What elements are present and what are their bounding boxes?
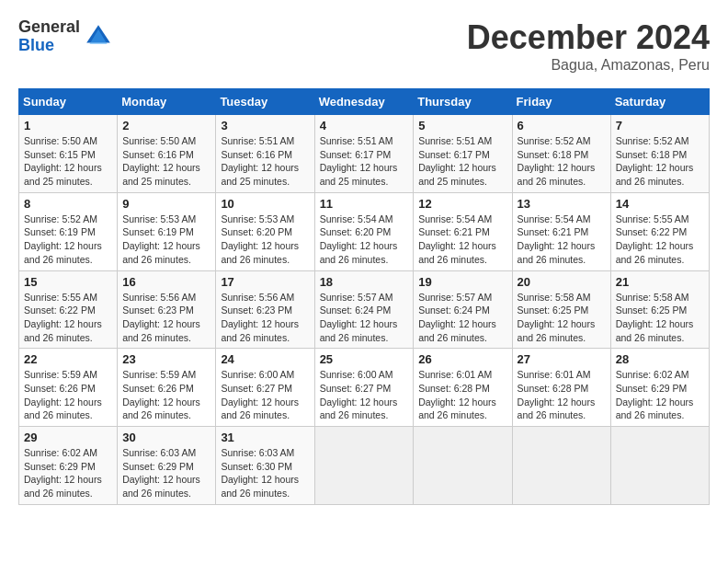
day-detail: Sunrise: 6:03 AM Sunset: 6:29 PM Dayligh… <box>122 446 210 500</box>
day-detail: Sunrise: 6:01 AM Sunset: 6:28 PM Dayligh… <box>418 368 506 422</box>
weekday-header-tuesday: Tuesday <box>216 89 314 115</box>
day-number: 16 <box>122 275 210 289</box>
calendar-cell: 8Sunrise: 5:52 AM Sunset: 6:19 PM Daylig… <box>19 192 118 270</box>
weekday-header-thursday: Thursday <box>414 89 512 115</box>
calendar-cell <box>610 427 709 505</box>
calendar-cell: 31Sunrise: 6:03 AM Sunset: 6:30 PM Dayli… <box>216 427 314 505</box>
day-number: 20 <box>518 275 606 289</box>
day-number: 21 <box>616 275 704 289</box>
calendar-cell: 15Sunrise: 5:55 AM Sunset: 6:22 PM Dayli… <box>19 270 118 349</box>
day-detail: Sunrise: 5:54 AM Sunset: 6:21 PM Dayligh… <box>518 213 606 267</box>
day-number: 17 <box>221 275 309 289</box>
day-number: 18 <box>320 275 409 289</box>
day-detail: Sunrise: 6:00 AM Sunset: 6:27 PM Dayligh… <box>221 368 309 422</box>
day-number: 14 <box>616 197 704 211</box>
weekday-header-wednesday: Wednesday <box>314 89 414 115</box>
day-number: 27 <box>518 352 606 366</box>
calendar-week-1: 1Sunrise: 5:50 AM Sunset: 6:15 PM Daylig… <box>19 115 710 193</box>
calendar-cell: 29Sunrise: 6:02 AM Sunset: 6:29 PM Dayli… <box>19 427 118 505</box>
day-number: 4 <box>320 119 409 132</box>
day-number: 6 <box>518 119 606 132</box>
calendar-cell: 11Sunrise: 5:54 AM Sunset: 6:20 PM Dayli… <box>314 192 414 270</box>
day-number: 25 <box>320 352 409 366</box>
day-detail: Sunrise: 5:58 AM Sunset: 6:25 PM Dayligh… <box>616 291 704 345</box>
weekday-header-saturday: Saturday <box>610 89 709 115</box>
calendar-cell: 3Sunrise: 5:51 AM Sunset: 6:16 PM Daylig… <box>216 115 314 193</box>
day-detail: Sunrise: 5:50 AM Sunset: 6:15 PM Dayligh… <box>24 134 112 189</box>
weekday-header-monday: Monday <box>118 89 216 115</box>
calendar-cell: 30Sunrise: 6:03 AM Sunset: 6:29 PM Dayli… <box>118 427 216 505</box>
logo-icon <box>84 22 113 52</box>
day-detail: Sunrise: 5:52 AM Sunset: 6:18 PM Dayligh… <box>518 134 606 189</box>
calendar-cell: 12Sunrise: 5:54 AM Sunset: 6:21 PM Dayli… <box>414 192 512 270</box>
calendar-cell: 22Sunrise: 5:59 AM Sunset: 6:26 PM Dayli… <box>19 349 118 427</box>
calendar-cell: 19Sunrise: 5:57 AM Sunset: 6:24 PM Dayli… <box>414 270 512 349</box>
day-detail: Sunrise: 5:53 AM Sunset: 6:19 PM Dayligh… <box>122 213 210 267</box>
day-detail: Sunrise: 5:50 AM Sunset: 6:16 PM Dayligh… <box>122 134 210 189</box>
calendar-week-5: 29Sunrise: 6:02 AM Sunset: 6:29 PM Dayli… <box>19 427 710 505</box>
calendar-cell: 4Sunrise: 5:51 AM Sunset: 6:17 PM Daylig… <box>314 115 414 193</box>
day-number: 3 <box>221 119 309 132</box>
calendar-cell: 16Sunrise: 5:56 AM Sunset: 6:23 PM Dayli… <box>118 270 216 349</box>
day-number: 9 <box>122 197 210 211</box>
calendar-cell: 5Sunrise: 5:51 AM Sunset: 6:17 PM Daylig… <box>414 115 512 193</box>
calendar-cell <box>314 427 414 505</box>
day-detail: Sunrise: 5:59 AM Sunset: 6:26 PM Dayligh… <box>24 368 112 422</box>
day-detail: Sunrise: 6:02 AM Sunset: 6:29 PM Dayligh… <box>24 446 112 500</box>
day-number: 5 <box>418 119 506 132</box>
month-title: December 2024 <box>467 18 710 57</box>
day-detail: Sunrise: 5:55 AM Sunset: 6:22 PM Dayligh… <box>616 213 704 267</box>
calendar-cell: 13Sunrise: 5:54 AM Sunset: 6:21 PM Dayli… <box>512 192 610 270</box>
day-number: 7 <box>616 119 704 132</box>
day-detail: Sunrise: 5:52 AM Sunset: 6:18 PM Dayligh… <box>616 134 704 189</box>
calendar-week-4: 22Sunrise: 5:59 AM Sunset: 6:26 PM Dayli… <box>19 349 710 427</box>
calendar-cell: 21Sunrise: 5:58 AM Sunset: 6:25 PM Dayli… <box>610 270 709 349</box>
calendar-cell: 14Sunrise: 5:55 AM Sunset: 6:22 PM Dayli… <box>610 192 709 270</box>
calendar-cell: 18Sunrise: 5:57 AM Sunset: 6:24 PM Dayli… <box>314 270 414 349</box>
calendar-cell: 7Sunrise: 5:52 AM Sunset: 6:18 PM Daylig… <box>610 115 709 193</box>
day-detail: Sunrise: 5:55 AM Sunset: 6:22 PM Dayligh… <box>24 291 112 345</box>
title-block: December 2024 Bagua, Amazonas, Peru <box>467 18 710 74</box>
day-detail: Sunrise: 6:02 AM Sunset: 6:29 PM Dayligh… <box>616 368 704 422</box>
day-number: 19 <box>418 275 506 289</box>
day-detail: Sunrise: 5:56 AM Sunset: 6:23 PM Dayligh… <box>122 291 210 345</box>
calendar-cell: 28Sunrise: 6:02 AM Sunset: 6:29 PM Dayli… <box>610 349 709 427</box>
day-number: 26 <box>418 352 506 366</box>
day-number: 30 <box>122 431 210 444</box>
day-number: 13 <box>518 197 606 211</box>
logo-blue: Blue <box>18 37 80 55</box>
day-detail: Sunrise: 5:54 AM Sunset: 6:20 PM Dayligh… <box>320 213 409 267</box>
day-detail: Sunrise: 5:51 AM Sunset: 6:17 PM Dayligh… <box>418 134 506 189</box>
day-number: 31 <box>221 431 309 444</box>
day-detail: Sunrise: 5:53 AM Sunset: 6:20 PM Dayligh… <box>221 213 309 267</box>
day-number: 29 <box>24 431 112 444</box>
logo-general: General <box>18 18 80 37</box>
day-number: 2 <box>122 119 210 132</box>
day-detail: Sunrise: 5:59 AM Sunset: 6:26 PM Dayligh… <box>122 368 210 422</box>
day-detail: Sunrise: 5:54 AM Sunset: 6:21 PM Dayligh… <box>418 213 506 267</box>
day-number: 11 <box>320 197 409 211</box>
calendar-cell: 27Sunrise: 6:01 AM Sunset: 6:28 PM Dayli… <box>512 349 610 427</box>
day-detail: Sunrise: 6:03 AM Sunset: 6:30 PM Dayligh… <box>221 446 309 500</box>
day-detail: Sunrise: 5:57 AM Sunset: 6:24 PM Dayligh… <box>418 291 506 345</box>
day-detail: Sunrise: 5:57 AM Sunset: 6:24 PM Dayligh… <box>320 291 409 345</box>
weekday-header-sunday: Sunday <box>19 89 118 115</box>
weekday-header-friday: Friday <box>512 89 610 115</box>
page-header: General Blue December 2024 Bagua, Amazon… <box>18 18 710 74</box>
calendar-cell: 17Sunrise: 5:56 AM Sunset: 6:23 PM Dayli… <box>216 270 314 349</box>
calendar-cell: 25Sunrise: 6:00 AM Sunset: 6:27 PM Dayli… <box>314 349 414 427</box>
day-detail: Sunrise: 5:58 AM Sunset: 6:25 PM Dayligh… <box>518 291 606 345</box>
day-number: 24 <box>221 352 309 366</box>
calendar-cell: 6Sunrise: 5:52 AM Sunset: 6:18 PM Daylig… <box>512 115 610 193</box>
calendar-cell: 2Sunrise: 5:50 AM Sunset: 6:16 PM Daylig… <box>118 115 216 193</box>
calendar-cell: 10Sunrise: 5:53 AM Sunset: 6:20 PM Dayli… <box>216 192 314 270</box>
location: Bagua, Amazonas, Peru <box>467 57 710 74</box>
day-detail: Sunrise: 5:51 AM Sunset: 6:16 PM Dayligh… <box>221 134 309 189</box>
calendar-cell: 1Sunrise: 5:50 AM Sunset: 6:15 PM Daylig… <box>19 115 118 193</box>
day-detail: Sunrise: 5:52 AM Sunset: 6:19 PM Dayligh… <box>24 213 112 267</box>
calendar-table: SundayMondayTuesdayWednesdayThursdayFrid… <box>18 88 710 505</box>
day-number: 23 <box>122 352 210 366</box>
day-number: 8 <box>24 197 112 211</box>
day-detail: Sunrise: 6:00 AM Sunset: 6:27 PM Dayligh… <box>320 368 409 422</box>
day-detail: Sunrise: 5:56 AM Sunset: 6:23 PM Dayligh… <box>221 291 309 345</box>
